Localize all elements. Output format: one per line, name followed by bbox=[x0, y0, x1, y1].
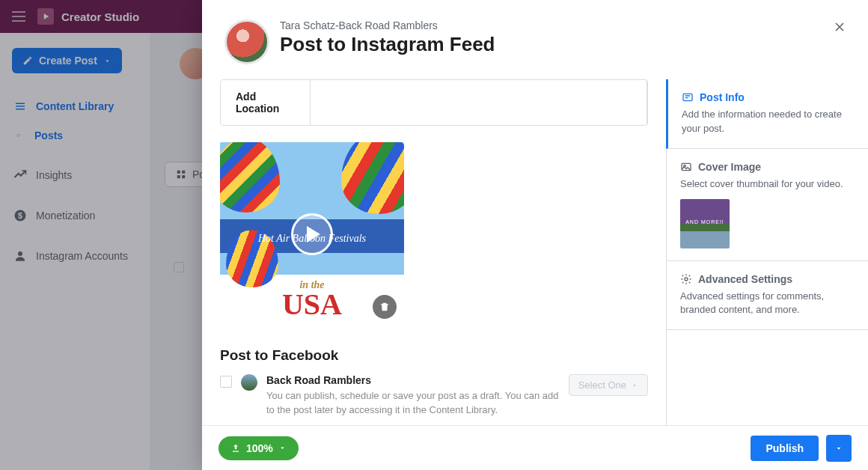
upload-percent: 100% bbox=[246, 442, 273, 454]
trash-icon bbox=[379, 301, 391, 313]
crosspost-description: You can publish, schedule or save your p… bbox=[266, 389, 560, 418]
panel-title: Post Info bbox=[700, 91, 745, 103]
panel-post-info[interactable]: Post Info Add the information needed to … bbox=[666, 79, 868, 149]
upload-icon bbox=[230, 443, 241, 454]
post-to-facebook-heading: Post to Facebook bbox=[220, 347, 648, 364]
modal-header: Tara Schatz-Back Road Ramblers Post to I… bbox=[202, 0, 868, 79]
svg-point-10 bbox=[685, 278, 688, 281]
location-bar: Add Location bbox=[220, 79, 648, 126]
facebook-crosspost-row: Back Road Ramblers You can publish, sche… bbox=[220, 374, 648, 418]
panel-desc: Add the information needed to create you… bbox=[682, 108, 855, 136]
play-button[interactable] bbox=[291, 213, 333, 255]
chevron-down-icon bbox=[834, 444, 843, 453]
cover-thumbnail[interactable] bbox=[680, 199, 730, 248]
modal-right-panel: Post Info Add the information needed to … bbox=[666, 79, 868, 425]
page-avatar bbox=[241, 374, 257, 391]
modal-body-left: Add Location FAMILY-FRIENDLY Hot Air Bal… bbox=[202, 79, 666, 425]
publish-options-button[interactable] bbox=[826, 435, 852, 462]
delete-media-button[interactable] bbox=[373, 295, 397, 319]
modal-title: Post to Instagram Feed bbox=[280, 33, 495, 56]
panel-desc: Advanced settings for comments, branded … bbox=[680, 290, 855, 318]
close-icon bbox=[832, 19, 847, 34]
upload-status-button[interactable]: 100% bbox=[218, 436, 299, 460]
chevron-down-icon bbox=[631, 382, 638, 389]
panel-desc: Select cover thumbnail for your video. bbox=[680, 177, 855, 192]
gear-icon bbox=[680, 273, 692, 285]
select-one-dropdown[interactable]: Select One bbox=[569, 374, 648, 396]
panel-title: Cover Image bbox=[698, 161, 761, 173]
modal-body: Add Location FAMILY-FRIENDLY Hot Air Bal… bbox=[202, 79, 868, 425]
select-one-label: Select One bbox=[578, 379, 626, 391]
add-location-button[interactable]: Add Location bbox=[221, 80, 311, 125]
panel-title: Advanced Settings bbox=[698, 273, 792, 285]
facebook-checkbox[interactable] bbox=[220, 376, 232, 388]
balloon-graphic bbox=[341, 142, 404, 214]
post-modal: Tara Schatz-Back Road Ramblers Post to I… bbox=[202, 0, 868, 470]
page-name: Back Road Ramblers bbox=[266, 374, 560, 386]
location-input-area[interactable] bbox=[311, 80, 647, 125]
modal-footer: 100% Publish bbox=[202, 425, 868, 470]
balloon-graphic bbox=[220, 142, 280, 213]
video-preview: FAMILY-FRIENDLY Hot Air Balloon Festival… bbox=[220, 142, 404, 326]
image-icon bbox=[680, 161, 692, 173]
post-info-icon bbox=[682, 91, 694, 103]
panel-cover-image[interactable]: Cover Image Select cover thumbnail for y… bbox=[667, 149, 868, 261]
account-avatar bbox=[224, 19, 269, 64]
publish-button[interactable]: Publish bbox=[751, 436, 819, 461]
close-button[interactable] bbox=[829, 16, 850, 37]
chevron-down-icon bbox=[278, 444, 287, 452]
preview-usa: USA bbox=[282, 287, 342, 321]
account-name: Tara Schatz-Back Road Ramblers bbox=[280, 19, 495, 31]
panel-advanced-settings[interactable]: Advanced Settings Advanced settings for … bbox=[667, 261, 868, 331]
